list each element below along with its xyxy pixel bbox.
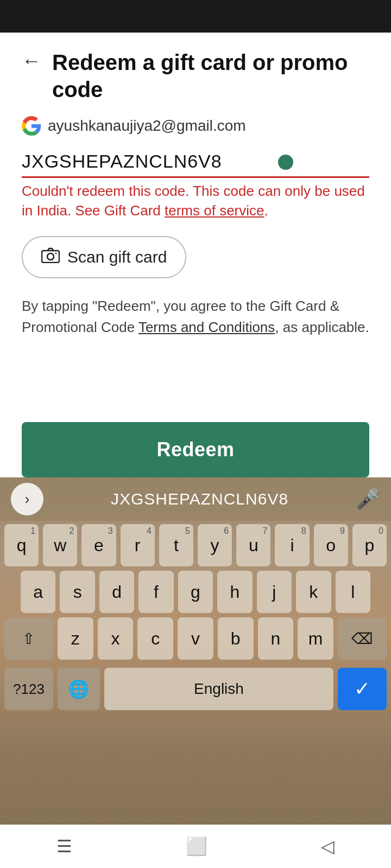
nav-back-icon[interactable]: ◁ [321, 836, 335, 857]
key-z[interactable]: z [58, 617, 93, 660]
key-k[interactable]: k [296, 571, 331, 613]
key-d[interactable]: d [99, 571, 134, 613]
key-e[interactable]: 3e [81, 524, 116, 566]
code-input[interactable] [22, 146, 369, 178]
space-label: English [194, 680, 244, 698]
key-v[interactable]: v [178, 617, 213, 660]
header-row: ← Redeem a gift card or promo code [22, 49, 369, 103]
account-email: ayushkanaujiya2@gmail.com [48, 117, 246, 135]
svg-point-1 [47, 253, 54, 260]
svg-point-2 [55, 252, 57, 254]
terms-and-conditions-link[interactable]: Terms and Conditions [138, 319, 275, 335]
key-g[interactable]: g [178, 571, 213, 613]
nav-menu-icon[interactable]: ☰ [56, 836, 72, 857]
google-logo-icon [22, 116, 41, 136]
key-j[interactable]: j [257, 571, 292, 613]
key-y[interactable]: 6y [198, 524, 232, 566]
keyboard-row-3: ⇧ z x c v b n m ⌫ [4, 617, 387, 660]
key-h[interactable]: h [217, 571, 252, 613]
page-title: Redeem a gift card or promo code [52, 49, 369, 103]
key-num-sym-button[interactable]: ?123 [4, 668, 53, 710]
redeem-button-container: Redeem [0, 422, 391, 477]
nav-bar: ☰ ⬜ ◁ [0, 825, 391, 868]
cursor-indicator [278, 155, 293, 170]
key-m[interactable]: m [298, 617, 333, 660]
key-b[interactable]: b [218, 617, 254, 660]
num-sym-label: ?123 [13, 681, 45, 698]
keyboard-keys: 1q 2w 3e 4r 5t 6y 7u 8i 9o 0p a s d f g … [0, 521, 391, 667]
key-r[interactable]: 4r [121, 524, 155, 566]
scan-gift-card-button[interactable]: Scan gift card [22, 236, 186, 278]
keyboard-bottom-row: ?123 🌐 English ✓ [0, 667, 391, 716]
key-backspace[interactable]: ⌫ [338, 617, 387, 660]
key-a[interactable]: a [21, 571, 55, 613]
microphone-icon[interactable]: 🎤 [356, 488, 380, 510]
key-c[interactable]: c [137, 617, 173, 660]
key-u[interactable]: 7u [236, 524, 270, 566]
back-button[interactable]: ← [22, 51, 41, 71]
keyboard-row-1: 1q 2w 3e 4r 5t 6y 7u 8i 9o 0p [4, 524, 387, 566]
error-message: Couldn't redeem this code. This code can… [22, 181, 369, 221]
key-f[interactable]: f [138, 571, 173, 613]
main-content: ← Redeem a gift card or promo code ayush… [0, 33, 391, 338]
key-i[interactable]: 8i [275, 524, 309, 566]
key-space-button[interactable]: English [104, 668, 333, 710]
scan-gift-card-label: Scan gift card [67, 248, 167, 266]
terms-text: By tapping "Redeem", you agree to the Gi… [22, 296, 369, 338]
key-globe-button[interactable]: 🌐 [58, 668, 100, 710]
key-l[interactable]: l [336, 571, 370, 613]
done-checkmark-icon: ✓ [354, 678, 370, 700]
key-done-button[interactable]: ✓ [338, 668, 387, 710]
key-x[interactable]: x [98, 617, 134, 660]
code-input-wrapper [22, 146, 369, 178]
key-p[interactable]: 0p [352, 524, 387, 566]
key-o[interactable]: 9o [314, 524, 348, 566]
keyboard-area: › JXGSHEPAZNCLN6V8 🎤 1q 2w 3e 4r 5t 6y 7… [0, 477, 391, 868]
globe-icon: 🌐 [68, 679, 90, 699]
key-shift[interactable]: ⇧ [4, 617, 53, 660]
keyboard-row-2: a s d f g h j k l [4, 571, 387, 613]
account-row: ayushkanaujiya2@gmail.com [22, 116, 369, 136]
keyboard-chevron-button[interactable]: › [11, 483, 43, 515]
key-n[interactable]: n [258, 617, 294, 660]
redeem-button[interactable]: Redeem [22, 422, 369, 477]
svg-rect-0 [42, 251, 59, 263]
key-w[interactable]: 2w [43, 524, 77, 566]
camera-icon [41, 247, 60, 267]
chevron-right-icon: › [24, 490, 29, 508]
status-bar [0, 0, 391, 33]
keyboard-suggestion-bar: › JXGSHEPAZNCLN6V8 🎤 [0, 477, 391, 521]
key-t[interactable]: 5t [159, 524, 193, 566]
terms-of-service-link[interactable]: terms of service [165, 202, 264, 219]
nav-home-icon[interactable]: ⬜ [186, 836, 207, 857]
key-s[interactable]: s [60, 571, 94, 613]
keyboard-suggestion-text: JXGSHEPAZNCLN6V8 [43, 490, 356, 508]
key-q[interactable]: 1q [4, 524, 39, 566]
